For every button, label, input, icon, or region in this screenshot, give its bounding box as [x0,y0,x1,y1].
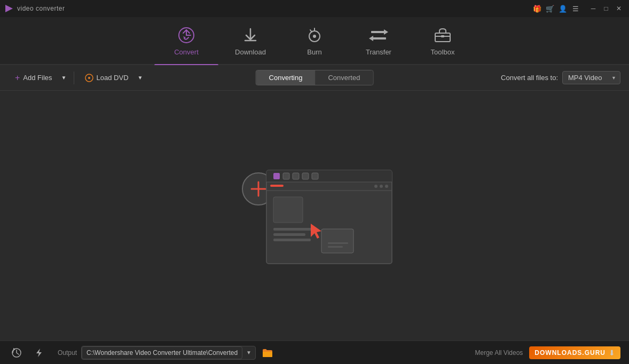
svg-point-27 [380,185,383,188]
svg-marker-40 [36,349,42,357]
svg-rect-23 [312,173,318,179]
load-dvd-dropdown-arrow[interactable]: ▼ [135,69,146,86]
empty-state-svg [232,160,397,272]
watermark-text: DOWNLOADS.GURU [534,349,606,357]
navbar: Convert Download Burn [0,17,629,65]
svg-rect-37 [328,246,343,248]
add-files-button[interactable]: + Add Files [9,69,59,86]
svg-marker-6 [384,29,388,35]
app-title: video converter [17,5,65,12]
statusbar-right: Merge All Videos DOWNLOADS.GURU ⬇ [475,346,620,359]
user-icon[interactable]: 👤 [557,3,568,14]
statusbar-left: Output C:\Wondershare Video Converter Ul… [9,345,275,361]
add-files-dropdown-arrow[interactable]: ▼ [59,69,69,86]
watermark-icon: ⬇ [609,349,615,357]
app-logo-icon [4,4,14,13]
title-bar: video converter 🎁 🛒 👤 ☰ ─ □ ✕ [0,0,629,17]
svg-rect-5 [371,31,386,33]
nav-item-burn[interactable]: Burn [282,17,347,65]
titlebar-right: 🎁 🛒 👤 ☰ ─ □ ✕ [532,3,625,14]
nav-item-download[interactable]: Download [218,17,282,65]
nav-label-burn: Burn [307,48,321,56]
toolbar-separator-1 [74,72,74,84]
svg-rect-7 [371,37,386,39]
add-files-plus-icon: + [15,73,20,83]
svg-rect-33 [273,239,311,241]
toolbox-nav-icon [433,26,452,45]
output-section: Output C:\Wondershare Video Converter Ul… [58,345,275,360]
menu-icon[interactable]: ☰ [570,3,581,14]
load-dvd-label: Load DVD [97,74,129,82]
empty-state-illustration [232,160,397,272]
cart-icon[interactable]: 🛒 [545,3,555,14]
svg-rect-22 [302,173,309,179]
svg-marker-2 [183,36,186,38]
svg-point-28 [385,185,388,188]
format-select-wrapper: MP4 Video MKV Video AVI Video MOV Video … [562,71,620,84]
tab-switcher: Converting Converted [256,70,374,85]
nav-item-transfer[interactable]: Transfer [347,17,411,65]
convert-nav-icon [177,26,196,45]
svg-point-26 [374,185,378,188]
nav-item-convert[interactable]: Convert [154,17,218,65]
output-label: Output [58,349,77,357]
load-dvd-button[interactable]: Load DVD [78,69,135,86]
minimize-button[interactable]: ─ [587,3,599,14]
load-dvd-icon [85,74,93,82]
svg-rect-25 [270,185,284,187]
open-folder-button[interactable] [260,345,275,360]
nav-label-transfer: Transfer [366,48,391,56]
tab-converting[interactable]: Converting [256,70,316,85]
svg-rect-36 [328,242,348,244]
tab-converted[interactable]: Converted [315,70,373,85]
merge-all-videos-label: Merge All Videos [475,349,523,357]
speed-button[interactable] [31,345,47,361]
output-path: C:\Wondershare Video Converter Ultimate\… [82,346,242,359]
maximize-button[interactable]: □ [600,3,612,14]
statusbar: Output C:\Wondershare Video Converter Ul… [0,341,629,364]
svg-rect-31 [273,228,316,231]
transfer-nav-icon [369,26,388,45]
svg-rect-10 [441,35,444,37]
svg-rect-20 [283,173,289,179]
svg-point-4 [313,35,316,38]
nav-item-toolbox[interactable]: Toolbox [411,17,475,65]
window-controls: ─ □ ✕ [587,3,625,14]
add-files-label: Add Files [23,74,52,82]
svg-marker-8 [369,36,373,41]
svg-marker-0 [5,5,13,12]
gift-icon[interactable]: 🎁 [532,3,542,14]
convert-all-section: Convert all files to: MP4 Video MKV Vide… [501,71,620,84]
nav-label-download: Download [235,48,266,56]
nav-label-toolbox: Toolbox [431,48,455,56]
svg-rect-19 [273,173,280,179]
toolbar: + Add Files ▼ Load DVD ▼ Converting Conv… [0,65,629,91]
format-select[interactable]: MP4 Video MKV Video AVI Video MOV Video … [562,71,620,84]
history-button[interactable] [9,345,25,361]
convert-all-label: Convert all files to: [501,74,558,82]
svg-rect-30 [273,197,303,223]
close-button[interactable]: ✕ [613,3,625,14]
titlebar-left: video converter [4,4,65,13]
burn-nav-icon [305,26,324,45]
nav-label-convert: Convert [174,48,199,56]
svg-rect-41 [263,352,272,357]
output-path-dropdown[interactable]: ▼ [242,346,255,359]
svg-rect-35 [321,229,353,253]
svg-point-12 [88,77,90,79]
toolbar-left: + Add Files ▼ Load DVD ▼ [9,69,146,86]
svg-rect-21 [293,173,299,179]
svg-rect-32 [273,233,305,236]
main-content [0,91,629,341]
download-nav-icon [241,26,260,45]
